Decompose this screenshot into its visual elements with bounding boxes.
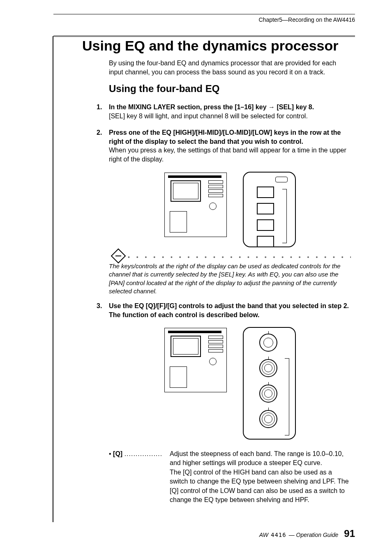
footer-model-prefix: AW bbox=[259, 532, 268, 538]
step-1: 1. In the MIXING LAYER section, press th… bbox=[97, 103, 351, 120]
figure-eq-knobs bbox=[164, 327, 296, 440]
footer-model: 4416 bbox=[271, 532, 286, 538]
step-1-plain: [SEL] key 8 will light, and input channe… bbox=[109, 113, 308, 120]
tip-icon bbox=[111, 249, 126, 264]
footer-guide: — Operation Guide bbox=[289, 532, 339, 538]
page-title: Using EQ and the dynamics processor bbox=[82, 38, 355, 54]
figure-device-icon bbox=[164, 173, 227, 237]
figure-panel-knobs-icon bbox=[243, 327, 296, 440]
footer: AW4416 — Operation Guide 91 bbox=[259, 528, 355, 539]
figure-device-icon-2 bbox=[164, 328, 227, 392]
header-rule bbox=[53, 14, 355, 14]
page: Chapter5—Recording on the AW4416 Using E… bbox=[0, 0, 392, 555]
step-3-bold: Use the EQ [Q]/[F]/[G] controls to adjus… bbox=[109, 302, 351, 319]
step-2-number: 2. bbox=[97, 128, 102, 137]
bullet-q: • [Q] ................. Adjust the steep… bbox=[109, 449, 351, 504]
step-2-plain: When you press a key, the settings of th… bbox=[109, 147, 346, 163]
tip-note: • • • • • • • • • • • • • • • • • • • • … bbox=[109, 254, 351, 295]
step-3-number: 3. bbox=[97, 302, 102, 311]
step-1-number: 1. bbox=[97, 103, 102, 112]
step-3: 3. Use the EQ [Q]/[F]/[G] controls to ad… bbox=[97, 302, 351, 319]
header-chapter: Chapter5—Recording on the AW4416 bbox=[258, 16, 355, 23]
intro-paragraph: By using the four-band EQ and dynamics p… bbox=[109, 59, 351, 76]
step-2: 2. Press one of the EQ [HIGH]/[HI-MID]/[… bbox=[97, 128, 351, 164]
tip-dots: • • • • • • • • • • • • • • • • • • • • … bbox=[128, 254, 351, 260]
tip-text: The keys/controls at the right of the di… bbox=[109, 262, 351, 295]
side-rule bbox=[53, 36, 53, 522]
bullet-q-label: • [Q] ................. bbox=[109, 449, 170, 504]
step-1-bold: In the MIXING LAYER section, press the [… bbox=[109, 104, 314, 111]
footer-page-number: 91 bbox=[344, 528, 355, 539]
bullet-q-text: Adjust the steepness of each band. The r… bbox=[170, 449, 351, 504]
figure-panel-keys-icon bbox=[243, 172, 296, 247]
section-subtitle: Using the four-band EQ bbox=[109, 83, 219, 94]
title-rule bbox=[53, 35, 355, 37]
figure-eq-keys bbox=[164, 172, 296, 248]
step-2-bold: Press one of the EQ [HIGH]/[HI-MID]/[LO-… bbox=[109, 129, 341, 145]
